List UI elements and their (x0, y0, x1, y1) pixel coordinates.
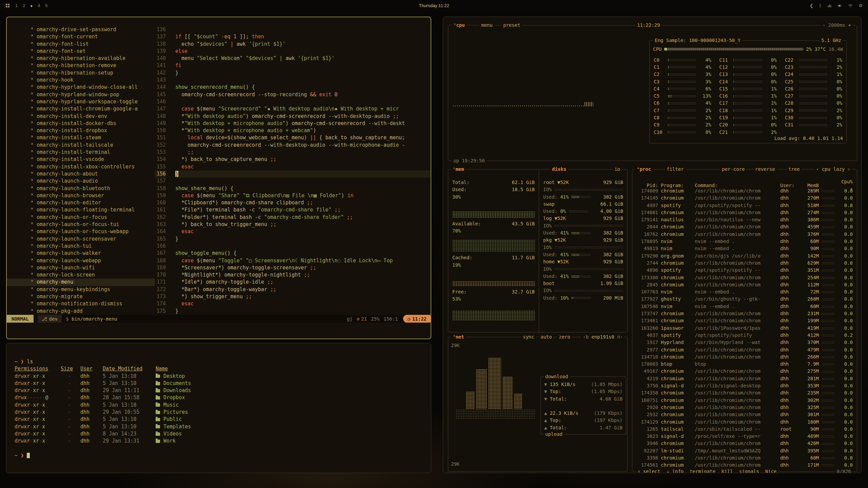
btop-window[interactable]: ¹cpu menu preset 11:22:29 - 2000ms + Eng… (443, 17, 862, 473)
process-row[interactable]: 10762chromium/usr/lib/chromium/chromdhh3… (632, 231, 857, 238)
volume-icon[interactable] (837, 3, 842, 8)
process-row[interactable]: 49167chromium/usr/lib/chromium/chromdhh2… (632, 368, 857, 375)
process-row[interactable]: 174009chromium/usr/lib/chromium/chromdhh… (632, 187, 857, 195)
process-row[interactable]: 107546nvimnvim --embed .dhh60M0.0 (632, 303, 857, 310)
file-item[interactable]: *omarchy-install-steam (7, 134, 155, 141)
per-core-button[interactable]: per-core (720, 166, 746, 172)
sync-button[interactable]: sync (521, 334, 536, 340)
file-item[interactable]: *omarchy-hibernation-setup (7, 69, 155, 77)
file-item[interactable]: *omarchy-install-vscode (7, 156, 155, 163)
bluetooth-icon[interactable]: ᛒ (819, 3, 822, 8)
update-interval[interactable]: - 2000ms + (821, 22, 853, 28)
process-row[interactable]: 107703nvimnvim --embed .dhh72M0.0 (632, 288, 857, 296)
file-item[interactable]: *omarchy-launch-walker (7, 250, 155, 257)
process-row[interactable]: 2932chromium/usr/lib/chromium/chromdhh30… (632, 411, 857, 418)
process-row[interactable]: 2920chromium/usr/lib/chromium/chromdhh32… (632, 404, 857, 411)
process-row[interactable]: 2844chromium/usr/lib/chromium/chromdhh45… (632, 223, 857, 230)
file-item[interactable]: *omarchy-font-set (7, 48, 155, 55)
process-row[interactable]: 173461chromium/usr/lib/chromium/chromdhh… (632, 317, 857, 324)
process-row[interactable]: 1632601passwor/usr/lib/1Password/1pasdhh… (632, 325, 857, 332)
process-row[interactable]: 1265tailscal/usr/sbin/tailscaled --root9… (632, 426, 857, 433)
file-item[interactable]: *omarchy-font-current (7, 33, 155, 40)
filter-button[interactable]: filter (665, 166, 686, 172)
process-row[interactable]: 174145chromium/usr/lib/chromium/chromdhh… (632, 195, 857, 202)
file-item[interactable]: *omarchy-hibernation-remove (7, 62, 155, 69)
file-item[interactable]: *omarchy-launch-bluetooth (7, 185, 155, 192)
file-item[interactable]: *omarchy-launch-floating-terminal (7, 206, 155, 214)
workspace-5[interactable]: 5 (45, 3, 47, 8)
process-row[interactable]: 173747chromium/usr/lib/chromium/chromdhh… (632, 310, 857, 317)
file-item[interactable]: *omarchy-migrate (7, 293, 155, 300)
zero-button[interactable]: zero (557, 334, 572, 340)
process-row[interactable]: 1917Hyprland/usr/bin/Hyprland --watdhh37… (632, 339, 857, 346)
process-row[interactable]: 4219chromium/usr/lib/chromium/chromdhh28… (632, 375, 857, 382)
process-row[interactable]: 178895nvimnvim --embed .dhh60M0.0 (632, 238, 857, 245)
process-row[interactable]: 3398chromium/usr/lib/chromium/chromdhh60… (632, 454, 857, 462)
preset-button[interactable]: preset (501, 22, 522, 28)
file-item[interactable]: *omarchy-install-dropbox (7, 127, 155, 134)
process-row[interactable]: 4896spotify/opt/spotify/spotify --dhh351… (632, 267, 857, 274)
process-row[interactable]: 177927ghostty/usr/bin/ghostty --gtk-dhh2… (632, 296, 857, 303)
process-row[interactable]: 160751chromium/usr/lib/chromium/chromdhh… (632, 397, 857, 404)
file-item[interactable]: *omarchy-font-list (7, 41, 155, 48)
file-item[interactable]: *omarchy-launch-about (7, 170, 155, 178)
chevron-left-icon[interactable]: ❮ (810, 3, 813, 8)
file-item[interactable]: *omarchy-launch-browser (7, 192, 155, 199)
file-item[interactable]: *omarchy-notification-dismiss (7, 300, 155, 307)
workspace-1[interactable]: 1 (15, 3, 18, 8)
footer-key-Kill[interactable]: Kill (722, 469, 733, 473)
process-row[interactable]: 174358chromium/usr/lib/chromium/chromdhh… (632, 389, 857, 396)
footer-key-terminate[interactable]: terminate (690, 469, 715, 473)
terminal-window[interactable]: ~ ❯ lsPermissionsSizeUserDate ModifiedNa… (6, 343, 431, 473)
workspace-3[interactable]: ● (30, 4, 33, 8)
process-row[interactable]: 4997spotify/opt/spotify/spotify --dhh518… (632, 202, 857, 209)
footer-key-select[interactable]: ↑ select (637, 469, 660, 473)
code-buffer[interactable]: if [[ "$count" -eq 1 ]]; then echo "$dev… (171, 26, 431, 315)
settings-icon[interactable]: ⚙ (859, 3, 863, 8)
file-item[interactable]: *omarchy-launch-tui (7, 243, 155, 250)
sort-selector[interactable]: ‹ cpu lazy › (814, 166, 852, 172)
process-row[interactable]: 3823signal-d/proc/self/exe --type=rdhh48… (632, 433, 857, 440)
file-item[interactable]: *omarchy-hibernation-available (7, 55, 155, 62)
file-item[interactable]: *omarchy-drive-set-password (7, 26, 155, 33)
process-row[interactable]: 49819nvimnvim --embed .dhh90M0.0 (632, 245, 857, 252)
process-row[interactable]: 174129chromium/usr/lib/chromium/chromdhh… (632, 419, 857, 426)
process-row[interactable]: 2845chromium/usr/lib/chromium/chromdhh11… (632, 281, 857, 288)
file-item[interactable]: *omarchy-launch-editor (7, 199, 155, 206)
file-item[interactable]: *omarchy-install-dev-env (7, 113, 155, 120)
equalizer-icon[interactable] (827, 3, 832, 8)
file-item[interactable]: *omarchy-lock-screen (7, 271, 155, 279)
file-item[interactable]: *omarchy-install-docker-dbs (7, 120, 155, 127)
process-row[interactable]: 92207lm-studi/tmp/.mount_lmstudW3AZQdhh3… (632, 447, 857, 454)
reverse-button[interactable]: reverse (753, 166, 777, 172)
file-item[interactable]: *omarchy-launch-screensaver (7, 236, 155, 243)
io-mode-button[interactable]: io (613, 166, 622, 172)
file-list[interactable]: *omarchy-drive-set-password*omarchy-font… (7, 26, 155, 315)
workspace-2[interactable]: 2 (23, 3, 25, 8)
file-item[interactable]: *omarchy-menu (7, 279, 155, 286)
file-item[interactable]: *omarchy-menu-keybindings (7, 286, 155, 293)
file-item[interactable]: *omarchy-launch-or-focus-tui (7, 221, 155, 228)
editor-window[interactable]: *omarchy-drive-set-password*omarchy-font… (6, 17, 431, 339)
tree-button[interactable]: tree (787, 166, 802, 172)
process-row[interactable]: 179290org.gnom/usr/bin/gjs /usr/lib/odhh… (632, 252, 857, 260)
footer-key-Nice[interactable]: Nice (765, 469, 777, 473)
process-row[interactable]: 2977chromium/usr/lib/chromium/chromdhh47… (632, 346, 857, 353)
file-item[interactable]: *omarchy-hyprland-workspace-toggle (7, 98, 155, 105)
process-row[interactable]: 174081chromium/usr/lib/chromium/chromdhh… (632, 209, 857, 216)
file-item[interactable]: *omarchy-install-chromium-google-a (7, 105, 155, 113)
interface-selector[interactable]: ‹b enp191s0 n› (581, 334, 625, 340)
file-item[interactable]: *omarchy-hyprland-window-pop (7, 91, 155, 98)
menu-button[interactable]: menu (479, 22, 494, 28)
file-item[interactable]: *omarchy-pkg-add (7, 308, 155, 315)
file-item[interactable]: *omarchy-hook (7, 77, 155, 84)
auto-button[interactable]: auto (539, 334, 554, 340)
footer-key-signals[interactable]: signals (739, 469, 759, 473)
process-row[interactable]: 134710chromium/usr/lib/chromium/chromdhh… (632, 353, 857, 361)
file-item[interactable]: *omarchy-launch-or-focus-webapp (7, 228, 155, 235)
process-row[interactable]: 174561chromium/usr/lib/chromium/chromdhh… (632, 462, 857, 469)
process-row[interactable]: 3946chromium/usr/lib/chromium/chromdhh42… (632, 440, 857, 447)
file-item[interactable]: *omarchy-hyprland-window-close-all (7, 84, 155, 91)
prompt-line[interactable]: ~ ❯ (15, 452, 427, 459)
process-row[interactable]: 2744chromium/usr/lib/chromium/chromdhh62… (632, 260, 857, 267)
